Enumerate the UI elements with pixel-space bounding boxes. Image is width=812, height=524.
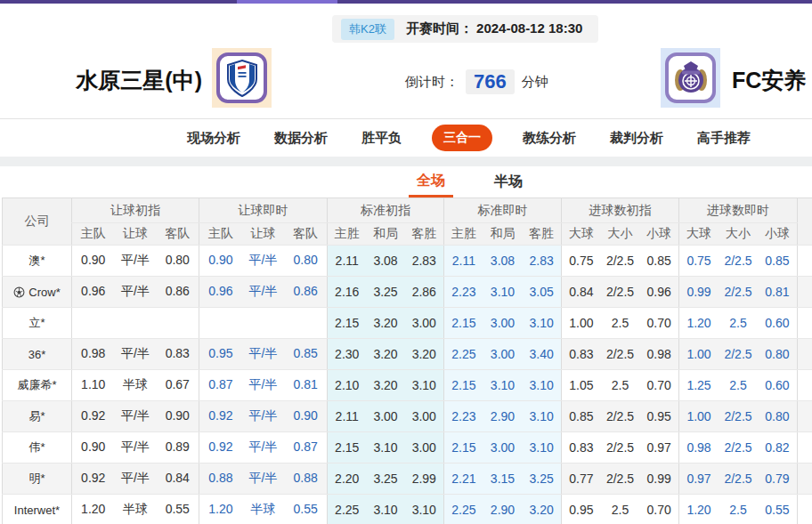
cutoff-cell: [798, 339, 812, 370]
column-header: 大球: [679, 226, 719, 242]
odds-value: 3.20: [405, 347, 443, 361]
odds-value: 2.10: [328, 378, 366, 392]
odds-value: 2/2.5: [601, 347, 640, 361]
odds-value: 0.82: [758, 440, 797, 455]
odds-value: 平/半: [242, 377, 285, 393]
odds-group-cell: 2.303.203.20: [328, 339, 444, 370]
company-cell[interactable]: 易*: [3, 401, 72, 432]
company-cell[interactable]: Crow*: [3, 277, 72, 308]
odds-value: 2.5: [601, 378, 640, 392]
company-cell[interactable]: 36*: [3, 339, 72, 370]
odds-value: 1.10: [72, 377, 114, 391]
nav-tab-3[interactable]: 三合一: [432, 125, 492, 151]
odds-value: 0.80: [758, 409, 797, 423]
company-cell[interactable]: 澳*: [3, 246, 72, 277]
company-cell[interactable]: 伟*: [3, 432, 72, 464]
scope-tabs: 全场半场: [0, 166, 812, 198]
odds-group-cell: 0.98平/半0.83: [72, 339, 199, 370]
nav-tab-0[interactable]: 现场分析: [187, 130, 240, 147]
home-team-name[interactable]: 水原三星(中): [0, 66, 202, 95]
odds-group-cell: 0.972/2.50.79: [679, 464, 798, 495]
cutoff-cell: [798, 401, 812, 432]
table-row: 易*0.92平/半0.900.92平/半0.902.113.003.002.23…: [3, 401, 812, 432]
nav-tab-5[interactable]: 裁判分析: [610, 130, 663, 147]
odds-value: 平/半: [242, 408, 285, 424]
odds-value: 2.23: [444, 409, 483, 423]
cutoff-cell: [798, 308, 812, 339]
odds-value: 0.90: [72, 439, 114, 454]
league-badge[interactable]: 韩K2联: [341, 19, 394, 40]
table-row: 威廉希*1.10半球0.670.87平/半0.812.103.203.102.1…: [3, 370, 812, 401]
odds-value: 2.99: [405, 472, 443, 486]
odds-value: 半球: [114, 502, 156, 518]
odds-value: 2.30: [328, 347, 366, 361]
company-cell[interactable]: 威廉希*: [3, 370, 72, 401]
company-name: 立*: [28, 316, 45, 329]
odds-value: 3.00: [483, 440, 523, 455]
home-crest-icon: [227, 60, 257, 97]
odds-value: 3.10: [483, 285, 523, 299]
odds-value: 0.99: [679, 285, 719, 299]
home-team-logo: [212, 48, 272, 108]
company-cell[interactable]: Interwet*: [3, 495, 72, 524]
column-header: 大小: [601, 226, 640, 242]
nav-tab-4[interactable]: 教练分析: [523, 130, 576, 147]
company-name: 易*: [28, 409, 45, 423]
odds-value: 2/2.5: [601, 254, 640, 268]
match-info-strip: 韩K2联 开赛时间： 2024-08-12 18:30: [332, 15, 598, 43]
odds-value: 0.86: [157, 284, 199, 298]
odds-value: 平/半: [114, 253, 156, 269]
odds-value: 3.10: [522, 378, 561, 392]
soccer-ball-icon: [13, 286, 25, 298]
odds-value: 0.88: [199, 471, 242, 485]
odds-value: 2/2.5: [601, 409, 640, 423]
column-header: 主队: [72, 226, 114, 242]
odds-value: 1.00: [679, 347, 719, 361]
odds-group-cell: 0.90平/半0.80: [199, 246, 328, 277]
cutoff-cell: [798, 432, 812, 464]
odds-group-cell: 0.92平/半0.90: [72, 401, 199, 432]
odds-value: 0.90: [199, 253, 242, 267]
table-row: Crow*0.96平/半0.860.96平/半0.862.163.252.862…: [3, 277, 812, 308]
odds-value: 0.60: [758, 378, 797, 392]
company-cell[interactable]: 明*: [3, 464, 72, 495]
odds-value: 2.5: [719, 503, 758, 517]
nav-tab-6[interactable]: 高手推荐: [697, 130, 751, 147]
odds-value: 0.81: [284, 377, 327, 391]
odds-value: 0.96: [72, 284, 114, 298]
odds-value: 1.20: [199, 502, 242, 516]
odds-value: 0.95: [199, 346, 242, 360]
column-header: 客队: [284, 226, 327, 242]
odds-value: 0.80: [284, 253, 327, 267]
group-header-5: 进球数即时: [679, 198, 798, 223]
odds-group-cell: 0.992/2.50.81: [679, 277, 798, 308]
group-header-2: 标准初指: [328, 198, 444, 223]
odds-value: 2.5: [601, 316, 640, 330]
table-row: Interwet*1.20半球0.551.20半球0.552.253.103.1…: [3, 495, 812, 524]
odds-value: 0.55: [758, 503, 797, 517]
odds-value: 0.98: [679, 440, 719, 455]
odds-group-cell: [199, 308, 328, 339]
odds-value: 3.10: [483, 378, 523, 392]
scope-tab-1[interactable]: 半场: [486, 166, 531, 198]
odds-group-cell: 1.002/2.50.80: [679, 339, 798, 370]
company-cell[interactable]: 立*: [3, 308, 72, 339]
odds-value: 平/半: [242, 471, 285, 487]
odds-group-cell: 0.92平/半0.87: [199, 432, 328, 464]
nav-tab-2[interactable]: 胜平负: [361, 130, 402, 147]
odds-value: 0.90: [284, 408, 327, 423]
countdown-unit: 分钟: [522, 74, 548, 91]
odds-value: 2.15: [328, 440, 366, 455]
nav-tab-1[interactable]: 数据分析: [274, 130, 328, 147]
odds-group-cell: 2.113.082.83: [444, 246, 562, 277]
away-team-name[interactable]: FC安养: [732, 66, 806, 95]
column-header: 和局: [366, 226, 404, 242]
odds-group-cell: 0.90平/半0.89: [72, 432, 199, 464]
odds-group-cell: 2.113.003.00: [328, 401, 444, 432]
odds-value: 0.75: [562, 254, 601, 268]
odds-value: 0.70: [639, 378, 678, 392]
odds-value: 0.95: [562, 503, 601, 517]
odds-group-cell: 0.92平/半0.90: [199, 401, 328, 432]
scope-tab-0[interactable]: 全场: [409, 166, 453, 198]
kickoff-time: 开赛时间： 2024-08-12 18:30: [406, 20, 582, 37]
